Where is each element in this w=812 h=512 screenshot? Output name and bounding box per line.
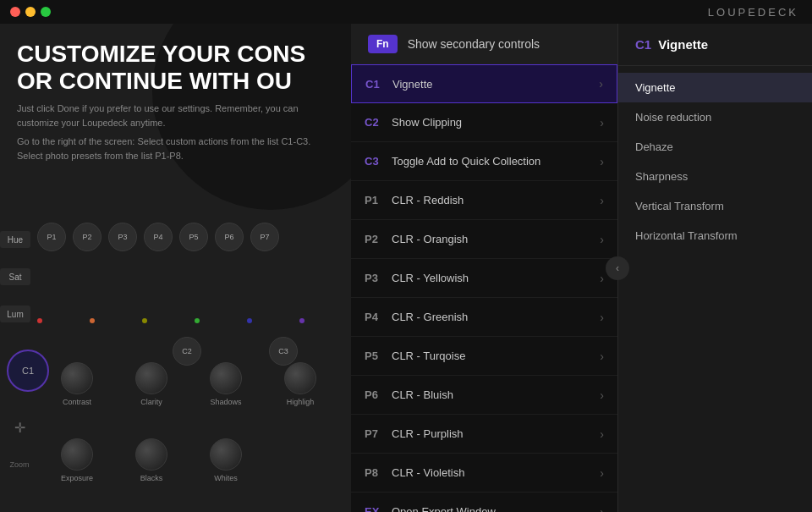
shadows-knob-group: Shadows bbox=[210, 362, 242, 406]
p5-button[interactable]: P5 bbox=[179, 223, 208, 251]
hue-label[interactable]: Hue bbox=[0, 231, 30, 248]
far-right-item-4[interactable]: Vertical Transform bbox=[618, 191, 812, 221]
item-key-10: P8 bbox=[365, 466, 392, 479]
far-right-item-0[interactable]: Vignette bbox=[618, 73, 812, 102]
item-chevron-9: › bbox=[600, 427, 604, 441]
zoom-label: Zoom bbox=[7, 460, 32, 469]
exposure-knob[interactable] bbox=[61, 438, 93, 471]
dropdown-item-c2[interactable]: C2Show Clipping› bbox=[351, 103, 617, 142]
c2c3-row: C2 C3 bbox=[37, 337, 298, 366]
dropdown-item-p6[interactable]: P6CLR - Bluish› bbox=[351, 376, 617, 415]
item-key-5: P3 bbox=[365, 272, 392, 284]
dropdown-item-p4[interactable]: P4CLR - Greenish› bbox=[351, 298, 617, 337]
left-content: CUSTOMIZE YOUR CONS OR CONTINUE WITH OU … bbox=[0, 24, 351, 162]
dropdown-item-p3[interactable]: P3CLR - Yellowish› bbox=[351, 259, 617, 298]
knobs-row-2: Exposure Blacks Whites bbox=[61, 438, 242, 482]
c1-large-button[interactable]: C1 bbox=[7, 350, 49, 392]
c2-button[interactable]: C2 bbox=[173, 337, 201, 366]
item-label-5: CLR - Yellowish bbox=[392, 272, 600, 284]
dropdown-list: C1Vignette›C2Show Clipping›C3Toggle Add … bbox=[351, 64, 617, 512]
item-key-7: P5 bbox=[365, 350, 392, 362]
lum-label[interactable]: Lum bbox=[0, 306, 30, 322]
item-chevron-1: › bbox=[600, 116, 604, 129]
item-label-11: Open Export Window bbox=[392, 505, 600, 512]
item-key-0: C1 bbox=[365, 78, 392, 91]
item-chevron-8: › bbox=[600, 388, 604, 402]
whites-knob[interactable] bbox=[210, 438, 242, 471]
item-label-10: CLR - Violetish bbox=[392, 466, 600, 479]
item-key-8: P6 bbox=[365, 388, 392, 401]
item-chevron-10: › bbox=[600, 466, 604, 480]
item-label-0: Vignette bbox=[392, 78, 599, 91]
panel-collapse-arrow[interactable]: ‹ bbox=[606, 256, 629, 280]
exposure-knob-group: Exposure bbox=[61, 438, 93, 482]
item-label-4: CLR - Orangish bbox=[392, 233, 600, 245]
far-right-header: C1 Vignette bbox=[618, 24, 812, 66]
left-panel: CUSTOMIZE YOUR CONS OR CONTINUE WITH OU … bbox=[0, 24, 351, 512]
p4-button[interactable]: P4 bbox=[144, 223, 173, 251]
dropdown-item-ex[interactable]: EXOpen Export Window› bbox=[351, 493, 617, 512]
p1-button[interactable]: P1 bbox=[37, 223, 66, 251]
close-button[interactable] bbox=[10, 7, 20, 17]
item-chevron-0: › bbox=[599, 77, 603, 91]
zoom-cross-icon[interactable]: ✛ bbox=[7, 415, 32, 440]
item-key-1: C2 bbox=[365, 116, 392, 129]
p7-button[interactable]: P7 bbox=[250, 223, 279, 251]
item-chevron-5: › bbox=[600, 272, 604, 285]
p2-button[interactable]: P2 bbox=[73, 223, 102, 251]
item-key-11: EX bbox=[365, 505, 392, 512]
knobs-row-1: Contrast Clarity Shadows Highligh bbox=[61, 362, 316, 406]
clarity-knob-group: Clarity bbox=[135, 362, 167, 406]
item-chevron-2: › bbox=[600, 155, 604, 168]
clarity-knob[interactable] bbox=[135, 362, 167, 394]
far-right-list: VignetteNoise reductionDehazeSharpnessVe… bbox=[618, 66, 812, 257]
dropdown-item-c1[interactable]: C1Vignette› bbox=[351, 64, 617, 103]
item-chevron-11: › bbox=[600, 505, 604, 513]
customize-title: CUSTOMIZE YOUR CONS OR CONTINUE WITH OU bbox=[17, 41, 334, 95]
contrast-knob[interactable] bbox=[61, 362, 93, 394]
far-right-title: Vignette bbox=[658, 37, 708, 52]
item-chevron-7: › bbox=[600, 350, 604, 363]
highlights-knob-group: Highligh bbox=[284, 362, 316, 406]
preset-button-row: P1 P2 P3 P4 P5 P6 P7 bbox=[37, 223, 279, 251]
far-right-item-1[interactable]: Noise reduction bbox=[618, 102, 812, 132]
whites-knob-group: Whites bbox=[210, 438, 242, 482]
item-label-7: CLR - Turqoise bbox=[392, 350, 600, 362]
title-bar: LOUPEDECK bbox=[0, 0, 812, 24]
item-key-4: P2 bbox=[365, 233, 392, 245]
traffic-lights bbox=[10, 7, 51, 17]
far-right-item-5[interactable]: Horizontal Transform bbox=[618, 221, 812, 250]
highlights-knob[interactable] bbox=[284, 362, 316, 394]
dropdown-item-c3[interactable]: C3Toggle Add to Quick Collection› bbox=[351, 142, 617, 181]
maximize-button[interactable] bbox=[41, 7, 51, 17]
c3-button[interactable]: C3 bbox=[269, 337, 298, 366]
sat-label[interactable]: Sat bbox=[0, 268, 30, 285]
fn-text: Show secondary controls bbox=[408, 37, 540, 51]
contrast-label: Contrast bbox=[63, 398, 91, 406]
shadows-knob[interactable] bbox=[210, 362, 242, 394]
far-right-item-3[interactable]: Sharpness bbox=[618, 162, 812, 191]
dropdown-item-p5[interactable]: P5CLR - Turqoise› bbox=[351, 337, 617, 376]
side-labels: Hue Sat Lum bbox=[0, 231, 30, 322]
item-key-6: P4 bbox=[365, 311, 392, 323]
dropdown-wrapper: Fn Show secondary controls C1Vignette›C2… bbox=[351, 24, 617, 512]
p6-button[interactable]: P6 bbox=[215, 223, 244, 251]
dot-row bbox=[37, 318, 304, 323]
dropdown-item-p1[interactable]: P1CLR - Reddish› bbox=[351, 181, 617, 220]
item-label-2: Toggle Add to Quick Collection bbox=[392, 155, 600, 168]
item-label-8: CLR - Bluish bbox=[392, 388, 600, 401]
dropdown-item-p7[interactable]: P7CLR - Purplish› bbox=[351, 415, 617, 454]
item-key-2: C3 bbox=[365, 155, 392, 168]
customize-desc: Just click Done if you prefer to use our… bbox=[17, 102, 334, 162]
far-right-item-2[interactable]: Dehaze bbox=[618, 132, 812, 162]
item-chevron-4: › bbox=[600, 233, 604, 246]
blacks-knob[interactable] bbox=[135, 438, 167, 471]
dropdown-item-p2[interactable]: P2CLR - Orangish› bbox=[351, 220, 617, 259]
minimize-button[interactable] bbox=[25, 7, 36, 17]
dot-blue bbox=[247, 318, 252, 323]
dot-yellow bbox=[142, 318, 147, 323]
dot-red bbox=[37, 318, 42, 323]
dropdown-item-p8[interactable]: P8CLR - Violetish› bbox=[351, 454, 617, 493]
p3-button[interactable]: P3 bbox=[108, 223, 137, 251]
far-right-badge: C1 bbox=[635, 37, 651, 52]
